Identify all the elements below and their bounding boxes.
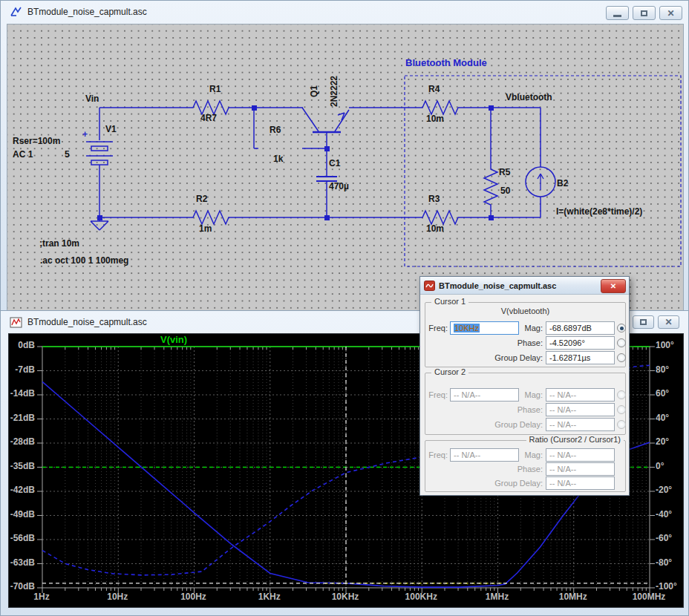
r5-name: R5	[499, 167, 510, 177]
cursor-dialog-titlebar[interactable]: BTmodule_noise_capmult.asc ✕	[420, 277, 629, 295]
minimize-button[interactable]	[606, 6, 629, 20]
ltspice-icon	[424, 281, 435, 291]
cursor1-gd-box[interactable]: -1.62871µs	[546, 351, 615, 364]
x-axis-tick-label: 1KHz	[244, 592, 295, 602]
x-axis-tick-label: 10MHz	[547, 592, 599, 602]
right-axis-tick-label: -60°	[656, 533, 688, 543]
cursor-dialog-title: BTmodule_noise_capmult.asc	[439, 281, 556, 290]
cursor2-mag-label: Mag:	[507, 390, 543, 399]
cursor1-phase-radio[interactable]	[617, 338, 626, 347]
cursor2-mag-value: -- N/A--	[549, 390, 576, 399]
close-icon: ✕	[610, 282, 616, 290]
cursor1-legend: Cursor 1	[431, 297, 468, 306]
ratio-gd-value: -- N/A--	[549, 479, 576, 488]
dialog-close-button[interactable]: ✕	[601, 279, 626, 293]
schematic-titlebar[interactable]: BTmodule_noise_capmult.asc	[2, 2, 687, 22]
schematic-canvas[interactable]	[7, 24, 684, 312]
left-axis-tick-label: -7dB	[2, 364, 35, 375]
right-axis-tick-label: -20°	[656, 485, 688, 495]
cursor2-gd-radio[interactable]	[617, 420, 626, 429]
r6-name: R6	[270, 125, 281, 135]
cursor2-mag-box[interactable]: -- N/A--	[546, 388, 615, 402]
r5-value: 50	[500, 186, 510, 196]
right-axis-tick-label: -100°	[656, 581, 688, 592]
b2-name: B2	[557, 178, 568, 189]
x-axis-tick-label: 10KHz	[319, 592, 371, 602]
right-axis-tick-label: -80°	[656, 557, 688, 568]
left-axis-tick-label: -63dB	[2, 557, 35, 568]
cursor1-gd-label: Group Delay:	[485, 353, 543, 362]
cursor1-phase-value: -4.52096°	[549, 338, 585, 347]
module-box-label: Bluetooth Module	[405, 57, 487, 68]
right-axis-tick-label: 40°	[656, 413, 688, 423]
x-axis-tick-label: 100MHz	[623, 592, 675, 602]
cursor2-phase-value: -- N/A--	[549, 405, 576, 414]
schematic-drawing	[7, 24, 684, 312]
restore-button[interactable]	[633, 6, 656, 20]
right-axis-tick-label: 0°	[656, 461, 688, 471]
ratio-group: Ratio (Cursor2 / Cursor1) Freq: -- N/A--…	[425, 440, 626, 492]
ratio-phase-label: Phase:	[507, 465, 543, 474]
minimize-icon	[613, 15, 621, 17]
close-icon: ✕	[667, 9, 674, 18]
r1-name: R1	[209, 84, 221, 94]
cursor2-mag-radio[interactable]	[617, 390, 626, 399]
left-axis-tick-label: -21dB	[2, 413, 35, 423]
cursor2-gd-box[interactable]: -- N/A--	[546, 418, 615, 431]
ratio-phase-value: -- N/A--	[549, 465, 576, 474]
right-axis-tick-label: 80°	[656, 364, 688, 375]
right-axis-tick-label: 60°	[656, 388, 688, 399]
left-axis-tick-label: -49dB	[2, 509, 35, 520]
cursor1-gd-value: -1.62871µs	[549, 353, 590, 362]
x-axis-tick-label: 1MHz	[471, 592, 523, 602]
net-label-vbluetooth: Vbluetooth	[506, 92, 552, 102]
left-axis-tick-label: -56dB	[2, 533, 35, 543]
close-button[interactable]: ✕	[659, 6, 682, 20]
cursor2-phase-radio[interactable]	[617, 405, 626, 414]
schematic-app-icon	[10, 6, 22, 18]
cursor1-trace-name: V(vbluetooth)	[425, 307, 625, 315]
r2-name: R2	[196, 194, 207, 204]
cursor-dialog: BTmodule_noise_capmult.asc ✕ Cursor 1 V(…	[419, 276, 630, 496]
v1-name: V1	[105, 124, 117, 134]
x-axis-tick-label: 10Hz	[91, 592, 143, 602]
ratio-mag-box[interactable]: -- N/A--	[546, 448, 615, 462]
r6-value: 1k	[273, 154, 283, 164]
cursor2-freq-label: Freq:	[427, 390, 448, 399]
b2-function: I=(white(2e8*time)/2)	[556, 206, 642, 217]
v1-value: 5	[65, 149, 70, 160]
cursor1-phase-label: Phase:	[507, 338, 543, 347]
v1-ac: AC 1	[13, 149, 33, 160]
directive-tran: ;tran 10m	[39, 238, 79, 249]
net-label-vin: Vin	[85, 94, 99, 104]
cursor1-mag-value: -68.6897dB	[549, 324, 592, 332]
cursor2-gd-value: -- N/A--	[549, 420, 576, 429]
cursor2-phase-box[interactable]: -- N/A--	[546, 403, 615, 416]
ratio-gd-box[interactable]: -- N/A--	[546, 476, 615, 490]
r2-value: 1m	[199, 223, 212, 234]
cursor1-gd-radio[interactable]	[617, 353, 626, 362]
r4-name: R4	[428, 84, 440, 94]
left-axis-tick-label: 0dB	[2, 340, 35, 350]
r1-value: 4R7	[200, 113, 217, 123]
ratio-freq-value: -- N/A--	[454, 450, 480, 459]
left-axis-tick-label: -35dB	[2, 461, 35, 471]
ratio-phase-box[interactable]: -- N/A--	[546, 462, 615, 476]
left-axis-tick-label: -28dB	[2, 436, 35, 447]
q1-model: 2N2222	[329, 69, 339, 114]
cursor1-mag-box[interactable]: -68.6897dB	[546, 321, 615, 335]
trace-label-vin[interactable]: V(vin)	[160, 334, 187, 345]
cursor2-legend: Cursor 2	[431, 367, 468, 376]
cursor2-phase-label: Phase:	[507, 405, 543, 414]
restore-icon	[641, 10, 647, 16]
ratio-mag-label: Mag:	[507, 450, 543, 459]
r3-value: 10m	[426, 223, 444, 234]
schematic-window-title: BTmodule_noise_capmult.asc	[27, 7, 147, 17]
cursor1-mag-radio[interactable]	[617, 324, 626, 332]
ratio-gd-label: Group Delay:	[485, 479, 543, 488]
cursor2-gd-label: Group Delay:	[485, 420, 543, 429]
v1-rser: Rser=100m	[13, 136, 60, 146]
q1-name: Q1	[309, 80, 319, 102]
cursor1-phase-box[interactable]: -4.52096°	[546, 336, 615, 350]
cursor1-mag-label: Mag:	[507, 324, 543, 332]
